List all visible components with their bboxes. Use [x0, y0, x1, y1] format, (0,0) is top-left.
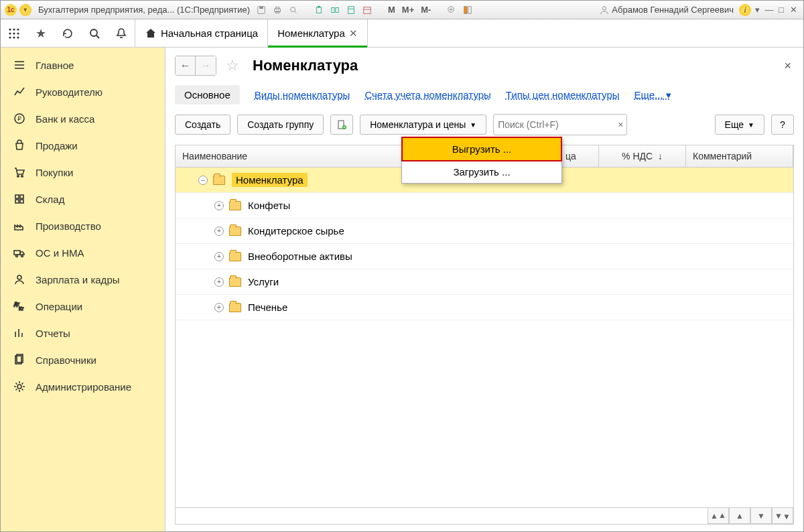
section-main-pill[interactable]: Основное	[175, 85, 240, 105]
sidebar-item-label: Руководителю	[36, 86, 103, 98]
svg-rect-3	[275, 7, 279, 9]
sidebar-item-0[interactable]: Главное	[1, 52, 165, 78]
nav-forward-button[interactable]: →	[196, 56, 216, 75]
grid-nav: ▲▲ ▲ ▼ ▼▼	[176, 507, 793, 524]
home-tab[interactable]: Начальная страница	[135, 19, 268, 47]
expand-icon[interactable]: +	[214, 252, 224, 261]
app-title: Бухгалтерия предприятия, реда... (1С:Пре…	[38, 5, 250, 15]
maximize-button[interactable]: □	[775, 4, 787, 16]
sidebar-item-4[interactable]: Покупки	[1, 159, 165, 186]
page-close-button[interactable]: ×	[781, 56, 794, 76]
history-button[interactable]	[54, 21, 81, 46]
table-row[interactable]: +Кондитерское сырье	[176, 218, 793, 244]
sidebar-item-3[interactable]: Продажи	[1, 132, 165, 159]
create-group-button[interactable]: Создать группу	[237, 115, 324, 135]
calc-icon[interactable]	[345, 4, 357, 16]
sidebar-item-1[interactable]: Руководителю	[1, 78, 165, 105]
sidebar-item-5[interactable]: Склад	[1, 186, 165, 212]
favorite-star-icon[interactable]: ☆	[226, 57, 239, 74]
sidebar-item-9[interactable]: ДтКтОперации	[1, 293, 165, 320]
sidebar-item-8[interactable]: Зарплата и кадры	[1, 266, 165, 293]
col-unit[interactable]: ца	[559, 145, 599, 167]
sidebar-item-label: Зарплата и кадры	[36, 274, 120, 285]
dropdown-import[interactable]: Загрузить ...	[402, 161, 561, 183]
link-price-types[interactable]: Типы цен номенклатуры	[506, 89, 620, 101]
col-nds[interactable]: % НДС ↓	[599, 145, 686, 167]
col-comment[interactable]: Комментарий	[686, 145, 793, 167]
expand-icon[interactable]: +	[214, 303, 224, 312]
sidebar-item-7[interactable]: ОС и НМА	[1, 239, 165, 266]
print-icon[interactable]	[271, 4, 283, 16]
boxes-icon	[13, 192, 26, 206]
sidebar-item-6[interactable]: Производство	[1, 212, 165, 239]
expand-icon[interactable]: +	[214, 226, 224, 236]
tab-nomenclature[interactable]: Номенклатура ✕	[268, 19, 368, 47]
table-row[interactable]: +Конфеты	[176, 193, 793, 218]
svg-line-31	[96, 36, 99, 38]
nav-back-button[interactable]: ←	[176, 56, 196, 75]
zoom-icon[interactable]	[446, 4, 458, 16]
create-button[interactable]: Создать	[175, 115, 230, 135]
preview-icon[interactable]	[287, 4, 299, 16]
sidebar-item-label: ОС и НМА	[36, 247, 84, 259]
search-field[interactable]	[498, 119, 615, 130]
search-input[interactable]: ×	[493, 114, 627, 135]
person-icon	[13, 273, 26, 286]
nav-first-icon[interactable]: ▲▲	[708, 508, 729, 524]
tab-close-icon[interactable]: ✕	[349, 27, 358, 40]
apps-icon[interactable]	[1, 21, 27, 46]
grid-body[interactable]: –Номенклатура+Конфеты+Кондитерское сырье…	[176, 168, 793, 507]
minimize-button[interactable]: —	[763, 4, 775, 16]
sidebar-item-label: Справочники	[36, 354, 96, 366]
nav-up-icon[interactable]: ▲	[729, 508, 750, 524]
svg-point-5	[291, 7, 295, 11]
link-accounts[interactable]: Счета учета номенклатуры	[364, 89, 490, 101]
dropdown-small-icon[interactable]: ▾	[751, 4, 763, 16]
save-icon[interactable]	[255, 4, 267, 16]
sidebar-item-label: Покупки	[36, 167, 73, 178]
dropdown-export[interactable]: Выгрузить ...	[401, 137, 562, 161]
row-label: Конфеты	[248, 200, 290, 211]
favorites-button[interactable]: ★	[27, 21, 54, 46]
expand-icon[interactable]: +	[214, 277, 224, 287]
nav-down-icon[interactable]: ▼	[750, 508, 772, 524]
compare-icon[interactable]	[329, 4, 341, 16]
nav-last-icon[interactable]: ▼▼	[772, 508, 793, 524]
link-kinds[interactable]: Виды номенклатуры	[255, 89, 350, 101]
dropdown-icon[interactable]: ▾	[19, 4, 31, 16]
sidebar-item-11[interactable]: Справочники	[1, 346, 165, 373]
link-more[interactable]: Еще... ▾	[634, 89, 671, 101]
memory-mplus-button[interactable]: M+	[401, 5, 415, 15]
svg-point-29	[17, 36, 19, 38]
doc-plus-icon	[336, 119, 347, 130]
table-row[interactable]: +Услуги	[176, 269, 793, 295]
sidebar-item-10[interactable]: Отчеты	[1, 320, 165, 346]
prices-dropdown-button[interactable]: Номенклатура и цены ▼	[360, 115, 486, 135]
sidebar-item-label: Склад	[36, 194, 64, 205]
help-button[interactable]: ?	[771, 115, 794, 135]
memory-m-button[interactable]: M	[387, 5, 397, 15]
info-icon[interactable]: i	[739, 4, 751, 16]
create-from-template-button[interactable]	[330, 115, 353, 135]
close-button[interactable]: ✕	[787, 4, 799, 16]
svg-rect-1	[259, 6, 263, 9]
sidebar-item-label: Производство	[36, 220, 101, 232]
more-button[interactable]: Еще ▼	[715, 115, 764, 135]
expand-icon[interactable]: +	[214, 201, 224, 210]
table-row[interactable]: +Внеоборотные активы	[176, 244, 793, 269]
sidebar-item-12[interactable]: Администрирование	[1, 373, 165, 400]
search-clear-icon[interactable]: ×	[615, 119, 626, 130]
user-menu[interactable]: Абрамов Геннадий Сергеевич	[600, 5, 734, 15]
table-row[interactable]: +Печенье	[176, 295, 793, 320]
calendar-icon[interactable]	[361, 4, 373, 16]
sidebar-item-2[interactable]: ₽Банк и касса	[1, 105, 165, 132]
search-button[interactable]	[81, 21, 108, 46]
svg-point-45	[16, 255, 18, 257]
collapse-icon[interactable]: –	[198, 176, 208, 185]
svg-rect-44	[14, 251, 20, 255]
clipboard-icon[interactable]	[313, 4, 325, 16]
svg-rect-41	[20, 195, 23, 198]
notifications-button[interactable]	[108, 21, 135, 46]
memory-mminus-button[interactable]: M-	[419, 5, 432, 15]
panes-icon[interactable]	[462, 4, 474, 16]
